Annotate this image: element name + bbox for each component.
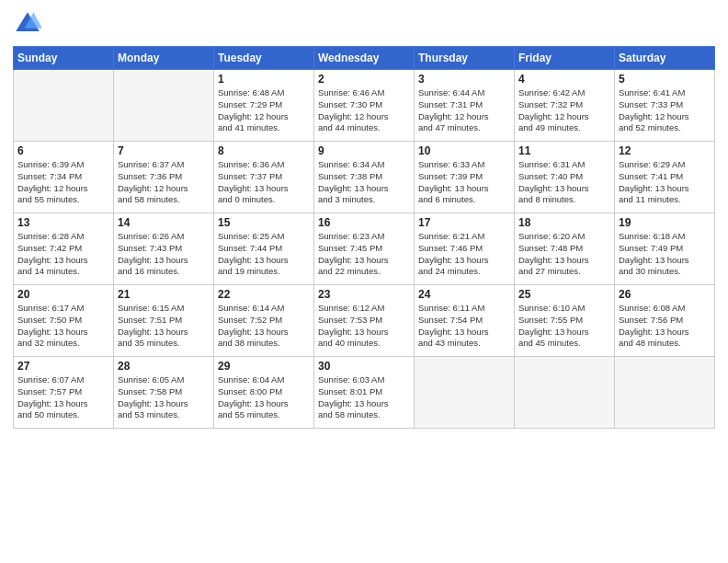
day-number: 19: [619, 216, 711, 229]
calendar-cell: 21Sunrise: 6:15 AM Sunset: 7:51 PM Dayli…: [114, 285, 214, 357]
calendar-cell: [515, 357, 615, 429]
day-detail: Sunrise: 6:48 AM Sunset: 7:29 PM Dayligh…: [218, 87, 310, 134]
calendar-cell: 20Sunrise: 6:17 AM Sunset: 7:50 PM Dayli…: [14, 285, 114, 357]
calendar-cell: 18Sunrise: 6:20 AM Sunset: 7:48 PM Dayli…: [515, 213, 615, 285]
day-number: 14: [118, 216, 210, 229]
calendar-cell: 23Sunrise: 6:12 AM Sunset: 7:53 PM Dayli…: [314, 285, 415, 357]
day-number: 29: [218, 360, 310, 373]
calendar-cell: 4Sunrise: 6:42 AM Sunset: 7:32 PM Daylig…: [515, 70, 615, 142]
week-row-5: 27Sunrise: 6:07 AM Sunset: 7:57 PM Dayli…: [14, 357, 715, 429]
day-number: 26: [619, 288, 711, 301]
day-detail: Sunrise: 6:14 AM Sunset: 7:52 PM Dayligh…: [218, 303, 310, 350]
calendar-cell: 13Sunrise: 6:28 AM Sunset: 7:42 PM Dayli…: [14, 213, 114, 285]
calendar-cell: [114, 70, 214, 142]
weekday-header-wednesday: Wednesday: [314, 47, 415, 70]
day-detail: Sunrise: 6:42 AM Sunset: 7:32 PM Dayligh…: [518, 87, 610, 134]
day-detail: Sunrise: 6:12 AM Sunset: 7:53 PM Dayligh…: [318, 303, 410, 350]
week-row-2: 6Sunrise: 6:39 AM Sunset: 7:34 PM Daylig…: [14, 142, 715, 213]
week-row-3: 13Sunrise: 6:28 AM Sunset: 7:42 PM Dayli…: [14, 213, 715, 285]
calendar-cell: 22Sunrise: 6:14 AM Sunset: 7:52 PM Dayli…: [214, 285, 314, 357]
weekday-header-monday: Monday: [114, 47, 214, 70]
calendar-cell: [14, 70, 114, 142]
day-detail: Sunrise: 6:03 AM Sunset: 8:01 PM Dayligh…: [318, 374, 410, 421]
day-detail: Sunrise: 6:04 AM Sunset: 8:00 PM Dayligh…: [218, 374, 310, 421]
day-number: 6: [17, 144, 109, 157]
day-detail: Sunrise: 6:08 AM Sunset: 7:56 PM Dayligh…: [619, 303, 711, 350]
day-number: 12: [619, 144, 711, 157]
day-number: 11: [518, 144, 610, 157]
header: [13, 9, 715, 39]
day-number: 8: [218, 144, 310, 157]
day-detail: Sunrise: 6:39 AM Sunset: 7:34 PM Dayligh…: [17, 159, 109, 206]
day-number: 24: [418, 288, 510, 301]
calendar-cell: 1Sunrise: 6:48 AM Sunset: 7:29 PM Daylig…: [214, 70, 314, 142]
calendar-cell: 27Sunrise: 6:07 AM Sunset: 7:57 PM Dayli…: [14, 357, 114, 429]
calendar-cell: 7Sunrise: 6:37 AM Sunset: 7:36 PM Daylig…: [114, 142, 214, 213]
calendar-cell: 10Sunrise: 6:33 AM Sunset: 7:39 PM Dayli…: [415, 142, 515, 213]
calendar-cell: 8Sunrise: 6:36 AM Sunset: 7:37 PM Daylig…: [214, 142, 314, 213]
calendar-cell: 16Sunrise: 6:23 AM Sunset: 7:45 PM Dayli…: [314, 213, 415, 285]
day-detail: Sunrise: 6:18 AM Sunset: 7:49 PM Dayligh…: [619, 231, 711, 278]
day-detail: Sunrise: 6:34 AM Sunset: 7:38 PM Dayligh…: [318, 159, 410, 206]
day-number: 18: [518, 216, 610, 229]
day-number: 21: [118, 288, 210, 301]
day-number: 3: [418, 73, 510, 86]
day-detail: Sunrise: 6:20 AM Sunset: 7:48 PM Dayligh…: [518, 231, 610, 278]
day-detail: Sunrise: 6:28 AM Sunset: 7:42 PM Dayligh…: [17, 231, 109, 278]
day-detail: Sunrise: 6:10 AM Sunset: 7:55 PM Dayligh…: [518, 303, 610, 350]
calendar-page: SundayMondayTuesdayWednesdayThursdayFrid…: [0, 0, 728, 563]
day-number: 28: [118, 360, 210, 373]
calendar-cell: 5Sunrise: 6:41 AM Sunset: 7:33 PM Daylig…: [615, 70, 715, 142]
logo: [13, 9, 46, 39]
day-detail: Sunrise: 6:21 AM Sunset: 7:46 PM Dayligh…: [418, 231, 510, 278]
calendar-cell: 3Sunrise: 6:44 AM Sunset: 7:31 PM Daylig…: [415, 70, 515, 142]
day-number: 13: [17, 216, 109, 229]
day-detail: Sunrise: 6:41 AM Sunset: 7:33 PM Dayligh…: [619, 87, 711, 134]
weekday-header-row: SundayMondayTuesdayWednesdayThursdayFrid…: [14, 47, 715, 70]
day-number: 22: [218, 288, 310, 301]
calendar-table: SundayMondayTuesdayWednesdayThursdayFrid…: [13, 46, 715, 429]
calendar-cell: 9Sunrise: 6:34 AM Sunset: 7:38 PM Daylig…: [314, 142, 415, 213]
calendar-cell: 12Sunrise: 6:29 AM Sunset: 7:41 PM Dayli…: [615, 142, 715, 213]
day-detail: Sunrise: 6:05 AM Sunset: 7:58 PM Dayligh…: [118, 374, 210, 421]
day-detail: Sunrise: 6:31 AM Sunset: 7:40 PM Dayligh…: [518, 159, 610, 206]
calendar-cell: 6Sunrise: 6:39 AM Sunset: 7:34 PM Daylig…: [14, 142, 114, 213]
day-detail: Sunrise: 6:07 AM Sunset: 7:57 PM Dayligh…: [17, 374, 109, 421]
calendar-cell: 17Sunrise: 6:21 AM Sunset: 7:46 PM Dayli…: [415, 213, 515, 285]
calendar-cell: 30Sunrise: 6:03 AM Sunset: 8:01 PM Dayli…: [314, 357, 415, 429]
day-number: 15: [218, 216, 310, 229]
day-number: 25: [518, 288, 610, 301]
day-number: 9: [318, 144, 410, 157]
day-detail: Sunrise: 6:25 AM Sunset: 7:44 PM Dayligh…: [218, 231, 310, 278]
calendar-cell: 11Sunrise: 6:31 AM Sunset: 7:40 PM Dayli…: [515, 142, 615, 213]
calendar-cell: 29Sunrise: 6:04 AM Sunset: 8:00 PM Dayli…: [214, 357, 314, 429]
calendar-cell: 19Sunrise: 6:18 AM Sunset: 7:49 PM Dayli…: [615, 213, 715, 285]
calendar-cell: 25Sunrise: 6:10 AM Sunset: 7:55 PM Dayli…: [515, 285, 615, 357]
day-number: 7: [118, 144, 210, 157]
day-number: 17: [418, 216, 510, 229]
day-detail: Sunrise: 6:33 AM Sunset: 7:39 PM Dayligh…: [418, 159, 510, 206]
calendar-cell: [615, 357, 715, 429]
week-row-4: 20Sunrise: 6:17 AM Sunset: 7:50 PM Dayli…: [14, 285, 715, 357]
day-number: 23: [318, 288, 410, 301]
day-number: 5: [619, 73, 711, 86]
weekday-header-friday: Friday: [515, 47, 615, 70]
weekday-header-saturday: Saturday: [615, 47, 715, 70]
weekday-header-sunday: Sunday: [14, 47, 114, 70]
day-detail: Sunrise: 6:23 AM Sunset: 7:45 PM Dayligh…: [318, 231, 410, 278]
day-detail: Sunrise: 6:17 AM Sunset: 7:50 PM Dayligh…: [17, 303, 109, 350]
calendar-cell: 28Sunrise: 6:05 AM Sunset: 7:58 PM Dayli…: [114, 357, 214, 429]
day-detail: Sunrise: 6:29 AM Sunset: 7:41 PM Dayligh…: [619, 159, 711, 206]
calendar-cell: 24Sunrise: 6:11 AM Sunset: 7:54 PM Dayli…: [415, 285, 515, 357]
logo-icon: [13, 9, 42, 39]
day-detail: Sunrise: 6:36 AM Sunset: 7:37 PM Dayligh…: [218, 159, 310, 206]
day-number: 2: [318, 73, 410, 86]
day-detail: Sunrise: 6:44 AM Sunset: 7:31 PM Dayligh…: [418, 87, 510, 134]
day-number: 4: [518, 73, 610, 86]
day-detail: Sunrise: 6:26 AM Sunset: 7:43 PM Dayligh…: [118, 231, 210, 278]
day-detail: Sunrise: 6:15 AM Sunset: 7:51 PM Dayligh…: [118, 303, 210, 350]
day-number: 30: [318, 360, 410, 373]
day-number: 16: [318, 216, 410, 229]
day-number: 1: [218, 73, 310, 86]
weekday-header-thursday: Thursday: [415, 47, 515, 70]
